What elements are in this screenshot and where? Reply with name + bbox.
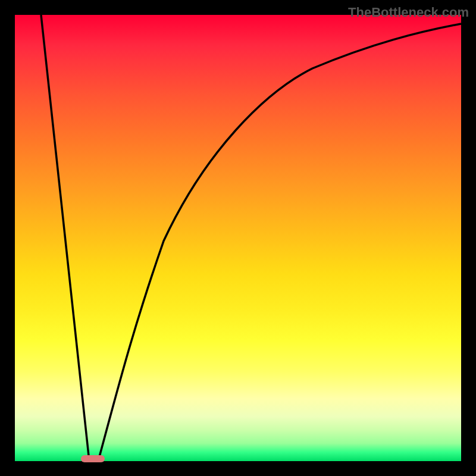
curve-path bbox=[41, 15, 461, 461]
bottleneck-curve bbox=[15, 15, 461, 461]
minimum-point-marker bbox=[81, 455, 105, 462]
watermark-attribution: TheBottleneck.com bbox=[348, 5, 469, 20]
chart-container: TheBottleneck.com bbox=[0, 0, 476, 476]
